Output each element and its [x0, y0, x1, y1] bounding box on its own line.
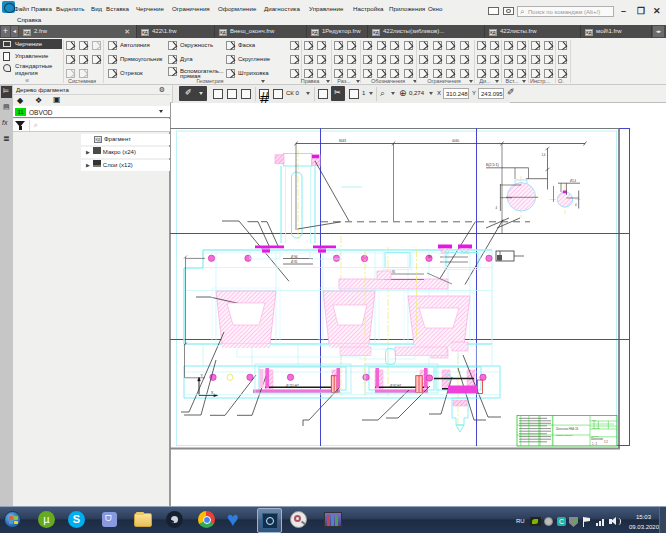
svg-text:1 : 2: 1 : 2	[592, 442, 598, 446]
svg-text:Школьник: Школьник	[591, 437, 604, 441]
svg-text:4: 4	[496, 206, 498, 210]
svg-text:Y: Y	[201, 374, 204, 378]
svg-text:Б(2,5:1): Б(2,5:1)	[486, 163, 499, 167]
svg-text:Лит: Лит	[592, 419, 597, 422]
svg-text:Ø1,4: Ø1,4	[570, 179, 577, 183]
svg-text:8443: 8443	[339, 139, 346, 143]
svg-text:X: X	[211, 391, 214, 395]
svg-text:1:2: 1:2	[604, 440, 608, 444]
svg-text:Ø 94: Ø 94	[291, 255, 298, 259]
svg-text:95: 95	[392, 270, 396, 274]
svg-text:Школьник-НВА СБ: Школьник-НВА СБ	[556, 427, 579, 431]
svg-text:Плита нижняя: Плита нижняя	[556, 434, 573, 437]
svg-text:Масса: Масса	[592, 427, 600, 430]
svg-text:Ø 115 H7: Ø 115 H7	[286, 384, 299, 388]
svg-text:4: 4	[575, 203, 577, 207]
svg-text:30: 30	[428, 255, 432, 259]
svg-text:Ø 81: Ø 81	[291, 260, 298, 264]
svg-text:1,4: 1,4	[542, 153, 546, 157]
svg-text:Ø 92 H7: Ø 92 H7	[390, 384, 402, 388]
svg-text:4040: 4040	[452, 139, 459, 143]
